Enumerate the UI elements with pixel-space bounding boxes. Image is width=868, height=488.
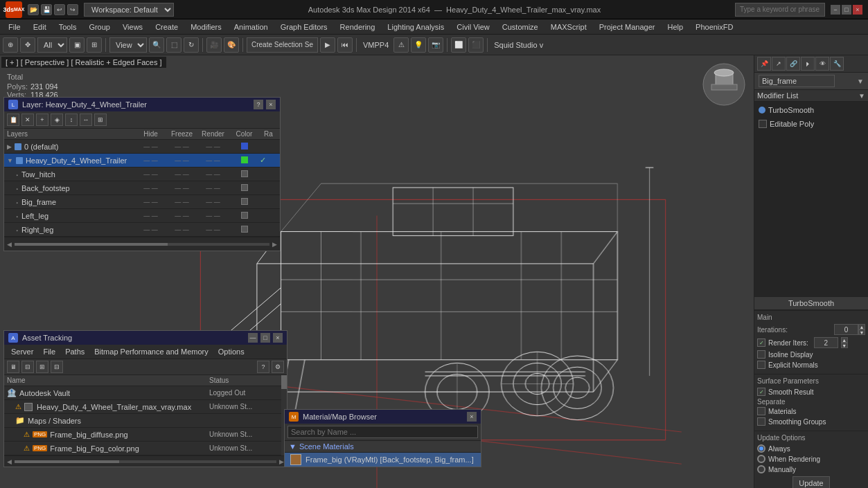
asset-btn4[interactable]: ⊟: [51, 361, 63, 373]
navigation-gizmo[interactable]: [702, 62, 747, 107]
asset-menu-file[interactable]: File: [39, 346, 60, 357]
rp-icon-cursor[interactable]: ↗: [772, 57, 786, 71]
asset-hscroll-track[interactable]: [15, 460, 276, 463]
asset-close-btn[interactable]: ×: [273, 333, 283, 343]
ts-render-spinner[interactable]: ▲ ▼: [841, 337, 848, 348]
menu-group[interactable]: Group: [83, 19, 116, 35]
menu-edit[interactable]: Edit: [28, 19, 52, 35]
layer-row-tow[interactable]: ⬩ Tow_hitch — — — — — —: [4, 168, 280, 181]
asset-row-max[interactable]: ⚠ Heavy_Duty_4_Wheel_Trailer_max_vray.ma…: [4, 400, 281, 414]
modifier-editable-poly[interactable]: Editable Poly: [756, 117, 867, 131]
ts-iter-down[interactable]: ▼: [858, 329, 865, 335]
asset-menu-paths[interactable]: Paths: [61, 346, 89, 357]
layer-btn7[interactable]: ⊞: [94, 114, 107, 126]
layer-row-back[interactable]: ⬩ Back_footstep — — — — — —: [4, 181, 280, 195]
modifier-checkbox[interactable]: [759, 120, 767, 128]
layer-help-btn[interactable]: ?: [254, 100, 263, 109]
rp-icon-pin[interactable]: 📌: [757, 57, 771, 71]
extra-btn1[interactable]: ▶: [320, 37, 335, 53]
asset-row-diffuse[interactable]: ⚠ PNG Frame_big_diffuse.png Unknown St..…: [4, 428, 281, 442]
asset-row-maps[interactable]: 📁 Maps / Shaders: [4, 414, 281, 428]
select-btn[interactable]: ⊕: [3, 37, 18, 53]
ts-when-rendering-radio[interactable]: [757, 455, 765, 463]
layer-row-trailer[interactable]: ▼ Heavy_Duty_4_Wheel_Trailer — — — — — —…: [4, 154, 280, 168]
cam-btn[interactable]: 📷: [428, 37, 443, 53]
menu-tools[interactable]: Tools: [53, 19, 82, 35]
close-btn[interactable]: ×: [853, 5, 862, 15]
ts-always-radio[interactable]: [757, 444, 765, 453]
filter-btn[interactable]: ▣: [69, 37, 85, 53]
asset-menu-options[interactable]: Options: [214, 346, 249, 357]
menu-phoenixfd[interactable]: PhoenixFD: [690, 19, 738, 35]
layer-sel-btn[interactable]: ◈: [51, 114, 63, 126]
rp-icon-motion[interactable]: ⏵: [801, 57, 815, 71]
minimize-btn[interactable]: −: [831, 5, 840, 15]
region-btn[interactable]: ⬚: [166, 37, 181, 53]
asset-scroll-thumb[interactable]: [281, 375, 287, 389]
scene-viewport[interactable]: [ + ] [ Perspective ] [ Realistic + Edge…: [0, 55, 754, 488]
mb-close-btn[interactable]: ×: [467, 412, 477, 422]
asset-minimize-btn[interactable]: —: [248, 333, 258, 343]
ts-smooth-cb[interactable]: ✓: [757, 388, 765, 396]
redo-btn[interactable]: ↪: [67, 4, 78, 15]
ts-isoline-cb[interactable]: [757, 350, 765, 359]
asset-hscroll[interactable]: ◀ ▶: [4, 455, 287, 467]
ts-materials-cb[interactable]: [757, 407, 765, 415]
menu-animation[interactable]: Animation: [229, 19, 274, 35]
rp-icon-display[interactable]: 👁: [815, 57, 829, 71]
menu-rendering[interactable]: Rendering: [335, 19, 381, 35]
layer-row-leftleg[interactable]: ⬩ Left_leg — — — — — —: [4, 209, 280, 223]
open-btn[interactable]: 📂: [28, 4, 39, 15]
layer-btn6[interactable]: ↔: [80, 114, 92, 126]
layer-row-bigframe[interactable]: ⬩ Big_frame — — — — — —: [4, 195, 280, 209]
ts-render-up[interactable]: ▲: [841, 337, 848, 343]
ts-render-down[interactable]: ▼: [841, 343, 848, 348]
zoom-btn[interactable]: 🔍: [149, 37, 164, 53]
asset-btn1[interactable]: 🖥: [7, 361, 19, 373]
rp-icon-hier[interactable]: 🔗: [786, 57, 800, 71]
menu-graph-editors[interactable]: Graph Editors: [275, 19, 333, 35]
workspace-dropdown[interactable]: Workspace: Default: [84, 3, 174, 17]
menu-modifiers[interactable]: Modifiers: [185, 19, 227, 35]
move-btn[interactable]: ✥: [20, 37, 35, 53]
mb-material-item[interactable]: Frame_big (VRayMtl) [Back_footstep, Big_…: [285, 453, 481, 467]
save-btn[interactable]: 💾: [41, 4, 52, 15]
menu-file[interactable]: File: [3, 19, 26, 35]
layer-new-btn[interactable]: 📋: [7, 114, 19, 126]
view-dropdown[interactable]: View: [109, 37, 147, 53]
menu-views[interactable]: Views: [117, 19, 148, 35]
rotate-btn[interactable]: ↻: [184, 37, 199, 53]
rl-btn2[interactable]: ⬛: [468, 37, 484, 53]
menu-project-manager[interactable]: Project Manager: [594, 19, 661, 35]
asset-help-btn[interactable]: ?: [257, 361, 269, 373]
ts-smoothing-cb[interactable]: [757, 417, 765, 426]
render-btn[interactable]: 🎥: [206, 37, 222, 53]
maximize-btn[interactable]: □: [842, 5, 851, 15]
asset-menu-bitmap[interactable]: Bitmap Performance and Memory: [90, 346, 212, 357]
menu-create[interactable]: Create: [150, 19, 184, 35]
layer-row-default[interactable]: ▶ 0 (default) — — — — — —: [4, 140, 280, 154]
modifier-turbosmooth[interactable]: TurboSmooth: [756, 103, 867, 117]
menu-lighting-analysis[interactable]: Lighting Analysis: [382, 19, 450, 35]
filter-dropdown[interactable]: All: [37, 37, 67, 53]
layer-hscroll[interactable]: [15, 243, 269, 246]
undo-btn[interactable]: ↩: [54, 4, 65, 15]
light-btn[interactable]: 💡: [411, 37, 426, 53]
asset-maximize-btn[interactable]: □: [260, 333, 270, 343]
ts-explicit-cb[interactable]: [757, 361, 765, 369]
rl-btn1[interactable]: ⬜: [451, 37, 466, 53]
asset-row-vault[interactable]: 🏦 Autodesk Vault Logged Out: [4, 386, 281, 400]
layer-del-btn[interactable]: ✕: [21, 114, 34, 126]
layer-add-sel-btn[interactable]: +: [36, 114, 48, 126]
ts-manually-radio[interactable]: [757, 465, 765, 473]
asset-row-fog[interactable]: ⚠ PNG Frame_big_Fog_color.png Unknown St…: [4, 442, 281, 455]
snap-btn[interactable]: ⊞: [87, 37, 102, 53]
ts-render-iters-cb[interactable]: ✓: [757, 338, 765, 347]
asset-btn2[interactable]: ⊟: [21, 361, 34, 373]
ts-iter-up[interactable]: ▲: [858, 324, 865, 329]
mb-scene-materials-header[interactable]: ▼ Scene Materials: [285, 441, 481, 453]
asset-btn3[interactable]: ⊞: [36, 361, 48, 373]
material-btn[interactable]: 🎨: [224, 37, 239, 53]
vmpp-btn[interactable]: ⚠: [393, 37, 409, 53]
modifier-list-arrow[interactable]: ▼: [858, 92, 865, 100]
